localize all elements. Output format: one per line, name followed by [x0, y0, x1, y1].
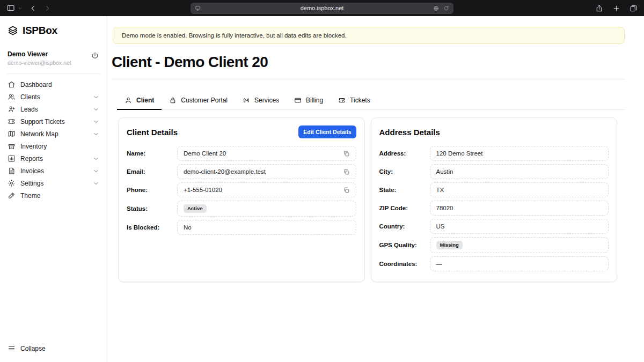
- device-icon: [195, 5, 201, 11]
- browser-toolbar: demo.ispbox.net: [0, 0, 644, 16]
- field-value-text: +1-555-01020: [184, 187, 222, 193]
- field-label: GPS Quality:: [379, 242, 430, 248]
- field-value: Austin: [430, 164, 609, 179]
- toolbar-chevron-down-icon[interactable]: [18, 6, 23, 11]
- field-value: US: [430, 219, 609, 234]
- user-info: Demo Viewer demo-viewer@ispbox.net: [6, 50, 100, 74]
- chevron-down-icon: [93, 119, 99, 125]
- field-label: Coordinates:: [379, 261, 430, 267]
- address-details-title: Address Details: [379, 128, 440, 137]
- field-label: Phone:: [127, 187, 177, 193]
- field-value: Demo Client 20: [177, 146, 356, 161]
- field-label: Is Blocked:: [127, 224, 177, 231]
- chevron-down-icon: [93, 180, 99, 187]
- field-label: Country:: [379, 223, 430, 230]
- sidebar-item-inventory[interactable]: Inventory: [6, 140, 100, 152]
- chart-icon: [8, 154, 16, 162]
- field-row-gps-quality: GPS Quality: Missing: [379, 237, 609, 253]
- field-value-text: No: [184, 224, 192, 231]
- field-value-text: —: [436, 261, 443, 267]
- tab-customer-portal[interactable]: Customer Portal: [162, 92, 235, 109]
- sidebar-item-dashboard[interactable]: Dashboard: [6, 78, 100, 91]
- sidebar-item-clients[interactable]: Clients: [6, 91, 100, 103]
- sidebar-toggle-icon[interactable]: [6, 4, 15, 12]
- tab-label: Services: [254, 97, 279, 104]
- power-logout-icon[interactable]: [91, 51, 99, 60]
- field-label: City:: [379, 168, 430, 175]
- tab-bar: Client Customer Portal Services Billing: [117, 92, 625, 110]
- signal-icon: [243, 97, 250, 104]
- sidebar-item-reports[interactable]: Reports: [6, 152, 100, 165]
- new-tab-button[interactable]: [612, 4, 620, 12]
- reload-button[interactable]: [443, 5, 449, 11]
- field-value-text: US: [436, 223, 445, 230]
- sidebar-item-label: Clients: [20, 93, 88, 101]
- field-label: Status:: [127, 205, 177, 212]
- field-value: Missing: [430, 237, 609, 253]
- users-icon: [8, 93, 16, 101]
- tab-client[interactable]: Client: [117, 92, 162, 109]
- client-details-card: Client Details Edit Client Details Name:…: [118, 117, 365, 282]
- lock-icon: [169, 97, 177, 104]
- field-value: demo-client-20@example.test: [177, 164, 356, 179]
- demo-banner: Demo mode is enabled. Browsing is fully …: [113, 27, 625, 44]
- status-badge: Missing: [436, 241, 463, 249]
- sidebar-item-network-map[interactable]: Network Map: [6, 128, 100, 140]
- forward-button[interactable]: [43, 4, 52, 12]
- menu-icon: [8, 344, 16, 352]
- field-label: ZIP Code:: [379, 205, 430, 211]
- translate-icon[interactable]: [433, 5, 439, 11]
- ticket-icon: [8, 117, 16, 125]
- field-value-text: Demo Client 20: [184, 150, 226, 157]
- copy-icon[interactable]: [343, 150, 350, 157]
- field-value: 120 Demo Street: [430, 146, 609, 161]
- cards-row: Client Details Edit Client Details Name:…: [112, 110, 625, 282]
- sidebar-item-theme[interactable]: Theme: [6, 189, 100, 202]
- tab-tickets[interactable]: Tickets: [331, 92, 378, 109]
- collapse-button[interactable]: Collapse: [6, 342, 100, 354]
- tab-label: Billing: [306, 97, 323, 104]
- sidebar-item-settings[interactable]: Settings: [6, 177, 100, 189]
- tab-label: Customer Portal: [181, 97, 228, 104]
- sidebar-item-invoices[interactable]: Invoices: [6, 165, 100, 177]
- chevron-down-icon: [93, 106, 99, 113]
- chevron-down-icon: [93, 131, 99, 137]
- home-icon: [8, 80, 16, 88]
- url-text: demo.ispbox.net: [301, 5, 344, 11]
- app-logo[interactable]: ISPBox: [6, 23, 100, 39]
- main-content: Demo mode is enabled. Browsing is fully …: [107, 16, 644, 362]
- field-value-text: Austin: [436, 168, 453, 175]
- field-row-zip-code: ZIP Code: 78020: [379, 201, 609, 216]
- field-value: +1-555-01020: [177, 182, 356, 197]
- field-row-state: State: TX: [379, 182, 609, 197]
- field-row-address: Address: 120 Demo Street: [379, 146, 609, 161]
- share-button[interactable]: [595, 4, 603, 12]
- copy-icon[interactable]: [343, 187, 350, 194]
- sidebar-item-leads[interactable]: Leads: [6, 103, 100, 115]
- sidebar-item-support-tickets[interactable]: Support Tickets: [6, 115, 100, 128]
- tab-label: Tickets: [350, 97, 370, 104]
- field-value-text: 120 Demo Street: [436, 150, 483, 157]
- field-label: Email:: [127, 168, 177, 175]
- tab-services[interactable]: Services: [235, 92, 287, 109]
- ticket-icon: [338, 97, 346, 104]
- card-header: Client Details Edit Client Details: [127, 125, 356, 139]
- back-button[interactable]: [29, 4, 37, 12]
- field-row-coordinates: Coordinates: —: [379, 256, 609, 271]
- status-badge: Active: [184, 204, 207, 213]
- address-details-fields: Address: 120 Demo Street City: Austin: [379, 146, 609, 271]
- sidebar-item-label: Network Map: [20, 130, 88, 138]
- theme-icon: [8, 191, 16, 200]
- field-row-city: City: Austin: [379, 164, 609, 179]
- url-bar[interactable]: demo.ispbox.net: [191, 3, 453, 14]
- user-plus-icon: [8, 105, 16, 113]
- gear-icon: [8, 179, 16, 187]
- sidebar-item-label: Invoices: [20, 167, 88, 175]
- chevron-down-icon: [93, 168, 99, 174]
- page-title: Client - Demo Client 20: [112, 54, 625, 71]
- tabs-overview-button[interactable]: [630, 4, 638, 12]
- copy-icon[interactable]: [343, 168, 350, 175]
- tab-billing[interactable]: Billing: [287, 92, 331, 109]
- edit-client-details-button[interactable]: Edit Client Details: [298, 125, 356, 138]
- sidebar-item-label: Support Tickets: [20, 118, 88, 125]
